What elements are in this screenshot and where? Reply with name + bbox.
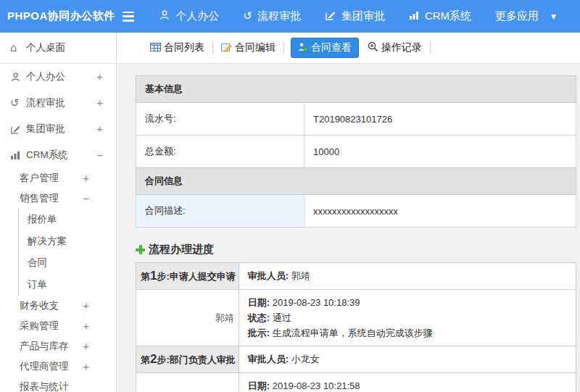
step-detail: 日期: 2019-08-23 10:21:58 状态: 通过 批示: 通过 — [239, 373, 576, 392]
expand-icon[interactable]: + — [83, 172, 89, 184]
tab-operation-log[interactable]: 操作记录 — [366, 38, 423, 57]
comment-value: 生成流程申请单，系统自动完成该步骤 — [273, 328, 433, 338]
tab-contract-list[interactable]: 合同列表 — [149, 38, 206, 57]
expand-icon[interactable]: + — [83, 341, 89, 352]
sidebar-item-sales-mgmt[interactable]: 销售管理 − — [0, 188, 116, 209]
sidebar-item-contract[interactable]: 合同 — [19, 252, 116, 274]
sidebar-item-label: 产品与库存 — [20, 340, 69, 353]
sidebar-item-label: 销售管理 — [20, 192, 59, 205]
sidebar-item-label: 流程审批 — [26, 96, 65, 109]
sidebar-item-reports-stats[interactable]: 报表与统计 — [0, 377, 116, 392]
top-bar: PHPOA协同办公软件 个人办公 ↺ 流程审批 集团审批 CRM系统 更多应用 — [0, 0, 580, 33]
contract-info-table: 合同信息 合同描述: xxxxxxxxxxxxxxxxxx — [136, 167, 576, 228]
expand-icon[interactable]: + — [97, 71, 103, 83]
table-icon — [150, 42, 161, 54]
progress-steps-table: 第1步:申请人提交申请 审批人员: 郭靖 郭靖 日期: 2019-08-23 1… — [136, 262, 576, 392]
sidebar-item-personal-office[interactable]: 个人办公 + — [0, 64, 116, 90]
sidebar-item-solution[interactable]: 解决方案 — [19, 230, 116, 252]
nav-more-apps[interactable]: 更多应用 ▼ — [495, 9, 556, 23]
step-title: 第1步:申请人提交申请 — [136, 263, 239, 290]
approver-label: 审批人员: — [248, 270, 289, 281]
nav-label: 集团审批 — [341, 9, 385, 23]
user-icon — [159, 9, 170, 23]
table-row: 流水号: T20190823101726 — [136, 103, 576, 135]
sidebar-item-purchase-mgmt[interactable]: 采购管理 + — [0, 316, 116, 336]
sidebar-item-label: 合同 — [28, 257, 47, 270]
field-label-serial: 流水号: — [136, 103, 304, 135]
nav-personal-office[interactable]: 个人办公 — [159, 9, 219, 23]
sidebar-item-group-approval[interactable]: 集团审批 + — [0, 116, 116, 142]
tab-bar: 合同列表 合同编辑 合同查看 操作记录 — [117, 33, 580, 64]
expand-icon[interactable]: + — [83, 361, 89, 372]
sidebar-item-order[interactable]: 订单 — [19, 274, 116, 296]
tab-separator — [430, 42, 431, 54]
approver-label: 审批人员: — [248, 354, 289, 364]
sidebar: ⌂ 个人桌面 个人办公 + ↺ 流程审批 + 集团审批 + CRM系统 — [0, 33, 117, 392]
sidebar-item-process-approval[interactable]: ↺ 流程审批 + — [0, 90, 116, 116]
field-label-total-amount: 总金额: — [136, 135, 304, 168]
step-header-row: 第2步:部门负责人审批 审批人员: 小龙女 — [136, 346, 576, 373]
nav-group-approval[interactable]: 集团审批 — [325, 9, 385, 23]
expand-icon[interactable]: + — [97, 123, 103, 135]
sales-submenu-group: 报价单 解决方案 合同 订单 — [18, 209, 116, 296]
sidebar-item-personal-desktop[interactable]: ⌂ 个人桌面 — [0, 33, 116, 64]
tab-contract-view[interactable]: 合同查看 — [291, 38, 359, 58]
table-row: 总金额: 10000 — [136, 135, 576, 168]
nav-label: 流程审批 — [257, 9, 301, 23]
basic-info-table: 基本信息 流水号: T20190823101726 总金额: 10000 — [136, 75, 576, 168]
approver-name: 小龙女 — [291, 354, 320, 364]
field-value-total-amount: 10000 — [304, 135, 576, 168]
hamburger-menu-icon[interactable] — [123, 12, 134, 22]
approver-cell: 审批人员: 郭靖 — [239, 263, 576, 290]
detail-line-date: 日期: 2019-08-23 10:21:58 — [248, 378, 567, 392]
detail-line-status: 状态: 通过 — [248, 310, 567, 325]
step-detail-row: 小龙女 日期: 2019-08-23 10:21:58 状态: 通过 批示: 通… — [136, 373, 576, 392]
status-value: 通过 — [273, 312, 291, 323]
top-navigation: 个人办公 ↺ 流程审批 集团审批 CRM系统 更多应用 ▼ — [159, 9, 580, 23]
nav-crm-system[interactable]: CRM系统 — [409, 9, 471, 23]
sidebar-item-label: 个人办公 — [26, 70, 65, 83]
sidebar-item-label: 客户管理 — [20, 172, 59, 185]
sidebar-item-finance[interactable]: 财务收支 + — [0, 296, 116, 316]
sidebar-item-agent-mgmt[interactable]: 代理商管理 + — [0, 356, 116, 377]
sidebar-item-customer-mgmt[interactable]: 客户管理 + — [0, 168, 116, 188]
home-icon: ⌂ — [10, 41, 26, 54]
step-title: 第2步:部门负责人审批 — [136, 346, 239, 373]
collapse-icon[interactable]: − — [97, 149, 103, 161]
sidebar-item-label: 财务收支 — [20, 299, 59, 312]
app-title: PHPOA协同办公软件 — [0, 9, 123, 23]
detail-line-date: 日期: 2019-08-23 10:18:39 — [248, 295, 567, 310]
edit-icon — [325, 9, 336, 23]
sidebar-item-quotation[interactable]: 报价单 — [19, 209, 116, 230]
step-detail: 日期: 2019-08-23 10:18:39 状态: 通过 批示: 生成流程申… — [239, 290, 576, 346]
progress-section-title: 流程办理进度 — [136, 243, 576, 257]
detail-line-comment: 批示: 生成流程申请单，系统自动完成该步骤 — [248, 325, 567, 341]
edit-doc-icon — [221, 42, 232, 54]
tab-separator — [283, 42, 284, 54]
date-value: 2019-08-23 10:18:39 — [273, 297, 360, 308]
tab-contract-edit[interactable]: 合同编辑 — [220, 38, 277, 57]
tab-label: 合同查看 — [311, 41, 352, 54]
approver-cell: 审批人员: 小龙女 — [239, 346, 576, 373]
plus-icon — [136, 245, 145, 254]
nav-label: CRM系统 — [425, 9, 471, 23]
chart-icon — [10, 150, 26, 160]
sidebar-item-product-inventory[interactable]: 产品与库存 + — [0, 336, 116, 356]
actor-name: 小龙女 — [136, 373, 239, 392]
step-detail-row: 郭靖 日期: 2019-08-23 10:18:39 状态: 通过 批示: 生成… — [136, 290, 576, 346]
main-area: 合同列表 合同编辑 合同查看 操作记录 — [117, 33, 580, 392]
caret-down-icon: ▼ — [551, 13, 556, 20]
tab-label: 操作记录 — [381, 41, 422, 54]
collapse-icon[interactable]: − — [83, 193, 89, 204]
tab-label: 合同编辑 — [235, 41, 276, 54]
process-icon: ↺ — [243, 11, 252, 22]
person-view-icon — [298, 42, 308, 54]
step-header-row: 第1步:申请人提交申请 审批人员: 郭靖 — [136, 263, 576, 290]
approver-name: 郭靖 — [291, 270, 310, 281]
nav-process-approval[interactable]: ↺ 流程审批 — [243, 9, 301, 23]
tab-label: 合同列表 — [164, 41, 204, 54]
expand-icon[interactable]: + — [83, 300, 89, 312]
expand-icon[interactable]: + — [83, 320, 89, 332]
expand-icon[interactable]: + — [97, 97, 103, 109]
sidebar-item-crm-system[interactable]: CRM系统 − — [0, 142, 116, 168]
